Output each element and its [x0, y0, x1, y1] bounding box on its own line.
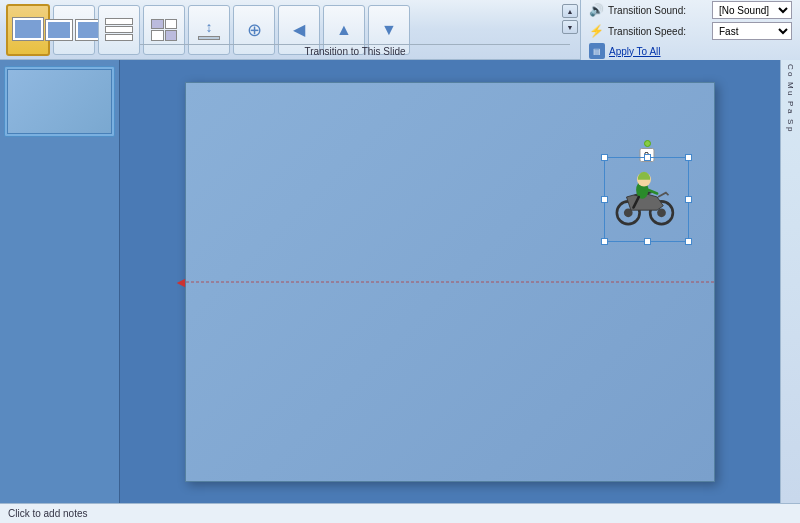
- toolbar-right-panel: 🔊 Transition Sound: [No Sound] ⚡ Transit…: [580, 0, 800, 60]
- scroll-up-btn[interactable]: ▲: [562, 4, 578, 18]
- handle-bl[interactable]: [601, 238, 608, 245]
- handle-tl[interactable]: [601, 154, 608, 161]
- slide-canvas-area[interactable]: ◄ 0: [120, 60, 780, 503]
- sound-icon: 🔊: [589, 3, 604, 17]
- transition-btn-2[interactable]: [53, 5, 95, 55]
- handle-br[interactable]: [685, 238, 692, 245]
- scroll-down-btn[interactable]: ▼: [562, 20, 578, 34]
- transition-btn-active[interactable]: [6, 4, 50, 56]
- up-arrow-icon: ▲: [336, 21, 352, 39]
- arrows-icon: ↕: [198, 19, 220, 40]
- down-arrow-icon: ▼: [381, 21, 397, 39]
- checkerboard-icon: [151, 19, 177, 41]
- notes-area[interactable]: Click to add notes: [0, 503, 800, 523]
- left-arrow-icon: ◀: [293, 20, 305, 39]
- active-slide-icon: [12, 17, 44, 43]
- selection-box: [604, 157, 689, 242]
- speed-select[interactable]: Fast: [712, 22, 792, 40]
- main-slide: ◄ 0: [185, 82, 715, 482]
- slide-thumbnail-1[interactable]: [4, 66, 115, 137]
- character-object[interactable]: 0: [609, 162, 684, 237]
- rotation-handle[interactable]: [644, 140, 651, 147]
- right-panel-label-c: C: [786, 64, 795, 70]
- handle-tm[interactable]: [644, 154, 651, 161]
- handle-bm[interactable]: [644, 238, 651, 245]
- two-slides-icon: [45, 19, 103, 41]
- right-panel-label-o: o: [786, 72, 795, 76]
- motion-path: [186, 281, 714, 282]
- speed-label: Transition Speed:: [608, 26, 708, 37]
- handle-ml[interactable]: [601, 196, 608, 203]
- apply-all-icon: ▤: [589, 43, 605, 59]
- handle-tr[interactable]: [685, 154, 692, 161]
- strips-icon: [105, 18, 133, 41]
- apply-all-row: ▤ Apply To All: [589, 43, 792, 59]
- right-panel-label-p: P: [786, 101, 795, 106]
- expand-icon: ⊕: [247, 19, 262, 41]
- right-panel-label-a: a: [786, 109, 795, 113]
- sound-label: Transition Sound:: [608, 5, 708, 16]
- right-panel-label-p2: p: [786, 127, 795, 131]
- speed-icon: ⚡: [589, 24, 604, 38]
- apply-all-label[interactable]: Apply To All: [609, 46, 661, 57]
- speed-row: ⚡ Transition Speed: Fast: [589, 22, 792, 40]
- transition-section-label: Transition to This Slide: [140, 44, 570, 57]
- slide-preview-1: [7, 69, 112, 134]
- transition-btn-3[interactable]: [98, 5, 140, 55]
- right-panel-label-u: u: [786, 91, 795, 95]
- sound-select[interactable]: [No Sound]: [712, 1, 792, 19]
- handle-mr[interactable]: [685, 196, 692, 203]
- main-area: ◄ 0: [0, 60, 800, 503]
- slide-panel: [0, 60, 120, 503]
- right-panel: C o M u P a S p: [780, 60, 800, 503]
- toolbar: ↕ ⊕ ◀ ▲ ▼ ▲ ▼ Transition to This Slide 🔊…: [0, 0, 800, 60]
- sound-row: 🔊 Transition Sound: [No Sound]: [589, 1, 792, 19]
- right-panel-label-s: S: [786, 119, 795, 124]
- right-panel-label-m: M: [786, 82, 795, 89]
- notes-placeholder: Click to add notes: [8, 508, 88, 519]
- motion-start-indicator: ◄: [174, 274, 188, 290]
